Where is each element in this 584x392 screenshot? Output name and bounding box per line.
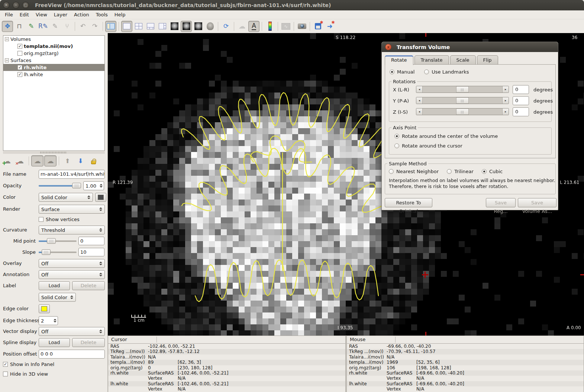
move-layer-up[interactable]: ⬆ [61, 155, 74, 166]
menu-edit[interactable]: Edit [16, 11, 32, 18]
point-set-edit-tool[interactable]: ✎ [49, 21, 61, 32]
opacity-spinbox[interactable]: 1.00 [83, 181, 104, 190]
slope-slider[interactable] [39, 248, 77, 257]
color-combo[interactable]: Solid Color [39, 193, 93, 202]
mid-point-slider[interactable] [39, 237, 77, 246]
surface-color-swatch[interactable] [95, 193, 106, 202]
menu-file[interactable]: File [1, 11, 16, 18]
remove-surface[interactable]: ☁ [14, 155, 26, 166]
overlay-combo[interactable]: Off [39, 259, 105, 268]
window-maximize-icon[interactable]: ▢ [22, 2, 29, 9]
tab-translate[interactable]: Translate [414, 55, 449, 65]
layer-tree[interactable]: −Volumes✓template.nii(mov)orig.mgz(targ)… [3, 35, 105, 151]
degrees-field[interactable]: 0 [513, 107, 529, 116]
slider-right-arrow-icon[interactable]: ▸ [502, 97, 509, 104]
position-offset-field[interactable]: 0 0 0 [39, 350, 105, 359]
dialog-close-icon[interactable]: x [385, 44, 391, 50]
spin-arrows-icon[interactable] [54, 319, 57, 323]
move-layer-down[interactable]: ⬇ [74, 155, 87, 166]
tab-rotate[interactable]: Rotate [385, 55, 413, 65]
layer-visibility-checkbox[interactable] [17, 51, 22, 56]
rotate-cursor-radio[interactable]: Rotate around the cursor [394, 143, 551, 149]
layout-1x1[interactable] [121, 21, 132, 32]
layer-visibility-checkbox[interactable]: ✓ [17, 44, 22, 49]
spline-delete-button[interactable]: Delete [72, 338, 105, 347]
rotate-center-radio[interactable]: Rotate around the center of the volume [394, 133, 551, 139]
sample-nearest-neighbor-radio[interactable]: Nearest Neighbor [389, 169, 439, 174]
slider-left-arrow-icon[interactable]: ◂ [416, 97, 423, 104]
tree-item-lh-white[interactable]: ✓lh.white [3, 71, 104, 78]
tree-item-orig-mgz-targ[interactable]: orig.mgz(targ) [3, 50, 104, 57]
navigate-tool[interactable]: ✥ [2, 21, 13, 32]
slope-field[interactable]: 10 [78, 248, 104, 256]
screenshot-camera[interactable] [296, 21, 307, 32]
redo-button[interactable]: ↷ [89, 21, 100, 32]
tree-group-surfaces[interactable]: −Surfaces [3, 57, 104, 64]
menu-layer[interactable]: Layer [51, 11, 71, 18]
dialog-titlebar[interactable]: x Transform Volume [382, 42, 558, 52]
layout-1-and-3-side[interactable] [157, 21, 168, 32]
render-combo[interactable]: Surface [39, 205, 105, 214]
layout-2x2[interactable] [133, 21, 144, 32]
label-load-button[interactable]: Load [39, 281, 70, 290]
layout-1-and-3[interactable] [145, 21, 156, 32]
label-color-combo[interactable]: Solid Color [39, 293, 76, 302]
restore-to-original-button[interactable]: Restore To Original [385, 198, 432, 207]
tab-flip[interactable]: Flip [477, 55, 498, 65]
curvature-combo[interactable]: Threshold [39, 226, 105, 234]
sample-trilinear-radio[interactable]: Trilinear [447, 169, 474, 174]
menu-help[interactable]: Help [111, 11, 129, 18]
spline-load-button[interactable]: Load [39, 338, 70, 347]
spin-arrows-icon[interactable] [100, 184, 103, 188]
show-annotation-labels[interactable]: A [248, 21, 259, 32]
show-colorbar[interactable] [264, 21, 275, 32]
window-minimize-icon[interactable]: − [13, 2, 19, 9]
mouse-panel-header[interactable]: Mouse [347, 336, 584, 344]
show-surface-2d-toggle[interactable]: ☁ [31, 155, 43, 166]
menu-action[interactable]: Action [71, 11, 93, 18]
mid-point-field[interactable]: 0 [78, 237, 104, 245]
show-in-info-panel-checkbox[interactable]: ✓ Show in Info Panel [3, 362, 54, 367]
view-axial[interactable] [193, 21, 204, 32]
save-volume-star[interactable] [312, 21, 323, 32]
add-surface[interactable]: ☁ [1, 155, 13, 166]
vector-display-combo[interactable]: Off [39, 327, 105, 336]
menu-tools[interactable]: Tools [93, 11, 111, 18]
collapse-icon[interactable]: − [5, 37, 9, 41]
voxel-edit-tool[interactable]: ✎ [26, 21, 37, 32]
show-surface-3d-toggle[interactable]: ☁ [44, 155, 57, 166]
cursor-panel-header[interactable]: Cursor [108, 336, 345, 344]
tree-group-volumes[interactable]: −Volumes [3, 36, 104, 43]
reset-view[interactable]: ⟳ [220, 21, 232, 32]
view-sagittal[interactable] [169, 21, 180, 32]
path-edit-tool[interactable]: ⑂ [61, 21, 72, 32]
toggle-control-panel[interactable] [105, 21, 116, 32]
window-close-icon[interactable]: ✕ [3, 2, 10, 9]
opacity-slider[interactable] [39, 181, 81, 190]
show-vertices-checkbox[interactable]: Show vertices [39, 217, 80, 222]
menu-view[interactable]: View [32, 11, 51, 18]
layer-visibility-checkbox[interactable]: ✓ [17, 65, 22, 70]
edge-thickness-spinbox[interactable]: 2 [39, 316, 58, 325]
undo-button[interactable]: ↶ [77, 21, 88, 32]
show-surfaces[interactable]: ☁ [236, 21, 248, 32]
slider-right-arrow-icon[interactable]: ▸ [502, 86, 509, 93]
roi-edit-tool[interactable]: R✎ [38, 21, 49, 32]
slider-left-arrow-icon[interactable]: ◂ [416, 108, 423, 115]
edge-color-swatch[interactable] [39, 304, 50, 313]
tree-item-template-nii-mov[interactable]: ✓template.nii(mov) [3, 43, 104, 50]
manual-radio[interactable]: Manual [390, 69, 414, 75]
tree-horizontal-scrollbar[interactable] [3, 151, 105, 154]
file-name-field[interactable]: rn-anat-101.v4/surf/rh.white [39, 170, 105, 179]
degrees-field[interactable]: 0 [513, 96, 529, 105]
slider-thumb[interactable] [456, 97, 469, 104]
lock-layer[interactable] [87, 155, 100, 166]
save-volume-as-button[interactable]: Save Volume As... [518, 198, 556, 207]
rotation-slider-z-i-s[interactable]: ◂▸ [416, 108, 509, 115]
measure-tool[interactable]: ⊓ [14, 21, 25, 32]
tree-item-rh-white[interactable]: ✓rh.white [3, 64, 104, 71]
slider-thumb[interactable] [456, 108, 469, 115]
use-landmarks-radio[interactable]: Use Landmarks [424, 69, 469, 75]
view-coronal[interactable] [181, 21, 192, 32]
degrees-field[interactable]: 0 [513, 85, 529, 94]
